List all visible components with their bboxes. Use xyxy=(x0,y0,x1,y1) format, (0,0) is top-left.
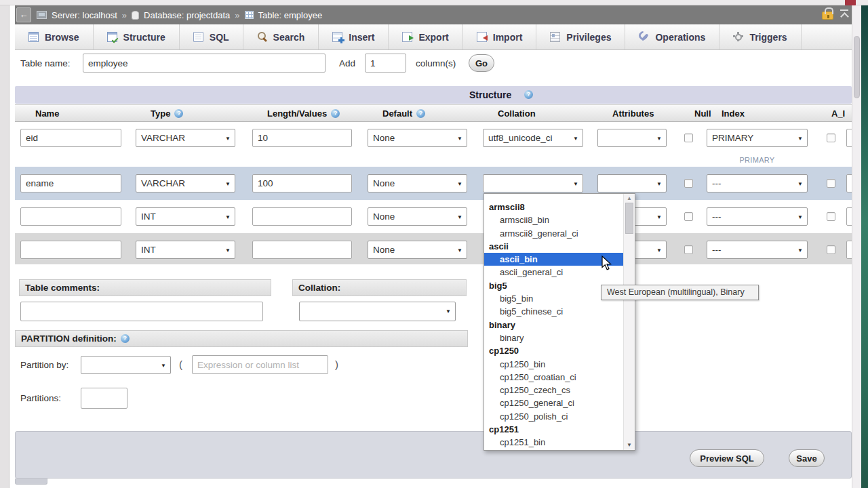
collation-option[interactable]: big5_chinese_ci xyxy=(484,305,624,318)
column-name-input[interactable] xyxy=(20,207,121,226)
index-select[interactable]: ---▼ xyxy=(707,207,808,226)
index-select[interactable]: PRIMARY▼ xyxy=(707,129,808,147)
index-select[interactable]: ---▼ xyxy=(707,241,808,259)
tab-label: Browse xyxy=(45,32,79,43)
dropdown-scrollbar-thumb[interactable] xyxy=(625,203,633,234)
collation-option[interactable]: cp1250_polish_ci xyxy=(484,410,624,423)
type-select[interactable]: INT▼ xyxy=(136,207,235,226)
collation-option[interactable]: cp1250_bin xyxy=(484,358,624,371)
auto-increment-checkbox[interactable] xyxy=(827,245,835,254)
go-button[interactable]: Go xyxy=(469,54,494,72)
add-columns-count-input[interactable] xyxy=(365,54,406,73)
collation-option[interactable]: cp1250_czech_cs xyxy=(484,384,624,396)
column-name-input[interactable] xyxy=(20,174,121,192)
page-scrollbar[interactable] xyxy=(852,5,861,488)
tab-triggers[interactable]: Triggers xyxy=(719,24,801,49)
tab-browse[interactable]: Browse xyxy=(15,24,94,49)
help-icon[interactable] xyxy=(121,334,130,343)
partition-by-select[interactable]: ▼ xyxy=(81,356,171,374)
partitions-label: Partitions: xyxy=(20,393,61,403)
collation-option[interactable]: armscii8_bin xyxy=(484,214,624,226)
column-name-input[interactable] xyxy=(20,241,121,259)
collation-option[interactable]: cp1250_general_ci xyxy=(484,396,624,409)
collation-option[interactable]: armscii8_general_ci xyxy=(484,227,624,240)
chevron-down-icon: ▼ xyxy=(797,247,803,253)
header-ai: A_I xyxy=(831,108,845,119)
add-label: Add xyxy=(339,58,355,68)
chevron-down-icon: ▼ xyxy=(457,214,462,220)
breadcrumb-separator: » xyxy=(122,10,127,20)
tab-operations[interactable]: Operations xyxy=(625,24,719,49)
null-checkbox[interactable] xyxy=(684,179,693,188)
default-select[interactable]: None▼ xyxy=(368,241,467,259)
collation-option[interactable]: binary xyxy=(484,331,624,344)
partitions-count-input[interactable] xyxy=(81,388,127,409)
help-icon[interactable] xyxy=(524,90,533,99)
default-select[interactable]: None▼ xyxy=(368,207,467,226)
null-checkbox[interactable] xyxy=(684,212,693,221)
table-collation-header: Collation: xyxy=(292,279,467,296)
tab-insert[interactable]: Insert xyxy=(319,24,389,49)
tab-search[interactable]: Search xyxy=(243,24,319,49)
table-name-input[interactable] xyxy=(83,54,326,73)
desktop-edge xyxy=(861,5,868,488)
partition-by-label: Partition by: xyxy=(20,360,68,370)
partition-expression-input[interactable] xyxy=(192,355,328,374)
header-collation: Collation xyxy=(498,108,536,119)
table-name-label: Table name: xyxy=(20,58,71,68)
page-scrollbar-thumb[interactable] xyxy=(854,36,860,98)
tab-import[interactable]: Import xyxy=(463,24,537,49)
type-select[interactable]: VARCHAR▼ xyxy=(136,174,235,192)
length-input[interactable] xyxy=(252,174,352,192)
type-select[interactable]: INT▼ xyxy=(136,241,235,259)
collation-option[interactable]: cp1251_bin xyxy=(484,436,624,449)
tab-structure[interactable]: Structure xyxy=(94,24,180,49)
default-select[interactable]: None▼ xyxy=(368,129,467,147)
collation-group-label: ascii xyxy=(484,240,624,253)
collation-select[interactable]: utf8_unicode_ci▼ xyxy=(483,129,583,147)
null-checkbox[interactable] xyxy=(684,134,693,142)
search-icon xyxy=(257,32,267,42)
collation-select-open[interactable]: ▼ xyxy=(483,174,583,192)
default-select[interactable]: None▼ xyxy=(368,174,467,192)
mouse-cursor xyxy=(601,256,613,271)
type-select[interactable]: VARCHAR▼ xyxy=(136,129,235,147)
header-attributes: Attributes xyxy=(612,108,654,119)
null-checkbox[interactable] xyxy=(684,245,693,254)
length-input[interactable] xyxy=(252,129,352,147)
help-icon[interactable] xyxy=(416,109,425,118)
index-select[interactable]: ---▼ xyxy=(707,174,808,192)
lock-icon[interactable] xyxy=(822,12,833,20)
tab-export[interactable]: Export xyxy=(389,24,462,49)
auto-increment-checkbox[interactable] xyxy=(827,179,835,188)
attributes-select[interactable]: ▼ xyxy=(597,174,667,192)
tab-sql[interactable]: SQL xyxy=(180,24,243,49)
sql-icon xyxy=(193,32,203,42)
scroll-to-top-icon[interactable] xyxy=(840,9,849,19)
back-arrow-button[interactable]: ← xyxy=(16,7,31,22)
auto-increment-checkbox[interactable] xyxy=(827,134,835,142)
collation-option[interactable]: cp1250_croatian_ci xyxy=(484,371,624,384)
collation-group-label: cp1251 xyxy=(484,423,624,436)
preview-sql-button[interactable]: Preview SQL xyxy=(690,449,764,467)
primary-index-note[interactable]: PRIMARY xyxy=(707,156,808,164)
chevron-down-icon: ▼ xyxy=(161,363,166,369)
breadcrumb-database[interactable]: Database: projectdata xyxy=(144,10,230,20)
tab-privileges[interactable]: Privileges xyxy=(536,24,625,49)
help-icon[interactable] xyxy=(331,109,340,118)
auto-increment-checkbox[interactable] xyxy=(827,212,835,221)
breadcrumb-table[interactable]: Table: employee xyxy=(258,10,323,20)
dropdown-scrollbar[interactable] xyxy=(623,194,635,450)
export-icon xyxy=(402,32,412,42)
save-button[interactable]: Save xyxy=(789,449,825,467)
attributes-select[interactable]: ▼ xyxy=(597,129,667,147)
length-input[interactable] xyxy=(252,241,352,259)
collation-group-label: armscii8 xyxy=(484,201,624,214)
table-collation-select[interactable]: ▼ xyxy=(299,302,456,321)
column-name-input[interactable] xyxy=(20,129,121,147)
help-icon[interactable] xyxy=(174,109,183,118)
length-input[interactable] xyxy=(252,207,352,226)
table-comments-input[interactable] xyxy=(20,302,263,321)
left-panel-edge xyxy=(0,5,9,488)
breadcrumb-server[interactable]: Server: localhost xyxy=(52,10,117,20)
